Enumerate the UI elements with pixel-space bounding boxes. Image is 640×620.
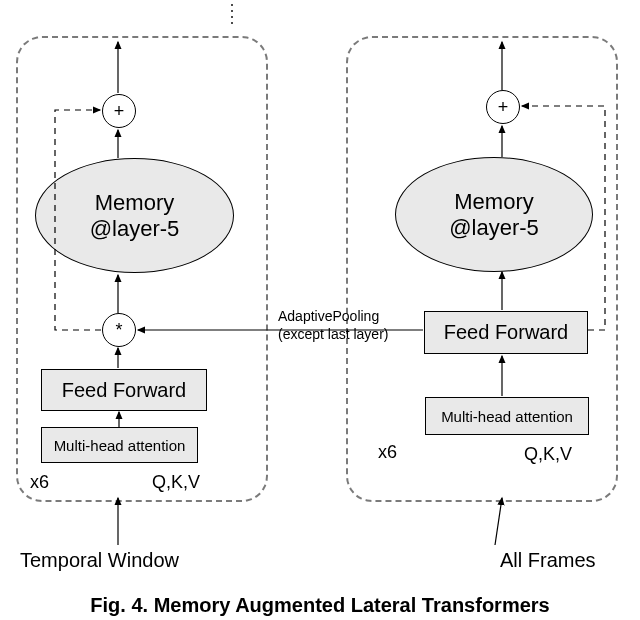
right-ff-box: Feed Forward [424, 311, 588, 354]
figure-caption: Fig. 4. Memory Augmented Lateral Transfo… [0, 594, 640, 617]
right-mha-label: Multi-head attention [441, 408, 573, 425]
arrow-right-input [495, 498, 502, 545]
left-memory-l2: @layer-5 [90, 216, 180, 241]
right-memory: Memory @layer-5 [395, 157, 593, 272]
left-merge-star-glyph: * [115, 320, 122, 341]
lateral-label-1: AdaptivePooling [278, 308, 379, 324]
right-plus: + [486, 90, 520, 124]
right-qkv: Q,K,V [524, 444, 572, 465]
left-mha-label: Multi-head attention [54, 437, 186, 454]
left-qkv: Q,K,V [152, 472, 200, 493]
left-plus: + [102, 94, 136, 128]
right-plus-glyph: + [498, 97, 509, 118]
left-ff-box: Feed Forward [41, 369, 207, 411]
lateral-label-2: (except last layer) [278, 326, 388, 342]
left-input-label: Temporal Window [20, 549, 179, 572]
left-memory-l1: Memory [90, 190, 180, 215]
right-mha-box: Multi-head attention [425, 397, 589, 435]
right-repeat-label: x6 [378, 442, 397, 463]
left-plus-glyph: + [114, 101, 125, 122]
left-mha-box: Multi-head attention [41, 427, 198, 463]
right-memory-l2: @layer-5 [449, 215, 539, 240]
left-memory: Memory @layer-5 [35, 158, 234, 273]
right-memory-l1: Memory [449, 189, 539, 214]
left-repeat-label: x6 [30, 472, 49, 493]
right-ff-label: Feed Forward [444, 321, 569, 344]
left-ff-label: Feed Forward [62, 379, 187, 402]
right-input-label: All Frames [500, 549, 596, 572]
left-merge-star: * [102, 313, 136, 347]
